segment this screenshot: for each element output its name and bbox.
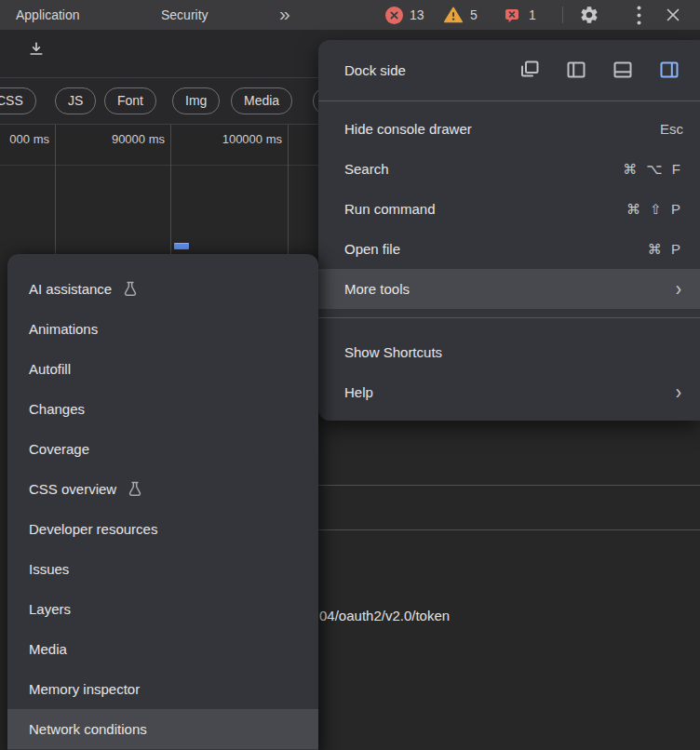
submenu-item-css-overview[interactable]: CSS overview [7, 469, 318, 509]
shortcut-run-command: ⌘ ⇧ P [626, 201, 683, 218]
warning-triangle-glyph [444, 7, 463, 23]
dock-right-icon [658, 59, 680, 81]
menu-item-hide-console-drawer[interactable]: Hide console drawer Esc [318, 109, 700, 149]
shortcut-esc: Esc [660, 121, 683, 137]
filter-pill-img[interactable]: Img [172, 87, 220, 114]
error-icon[interactable] [385, 7, 403, 24]
menu-divider [318, 100, 700, 101]
filter-pill-font[interactable]: Font [104, 87, 156, 114]
submenu-item-layers[interactable]: Layers [7, 589, 318, 629]
submenu-item-label: Network conditions [29, 721, 147, 737]
submenu-item-label: CSS overview [29, 481, 116, 497]
menu-item-label: Open file [344, 241, 648, 257]
experiment-flask-icon [126, 480, 144, 499]
menu-item-label: Show Shortcuts [344, 344, 683, 360]
filter-pill-css[interactable]: CSS [0, 87, 36, 114]
submenu-item-memory-inspector[interactable]: Memory inspector [7, 669, 318, 709]
panel-row-divider [313, 529, 700, 530]
menu-item-search[interactable]: Search ⌘ ⌥ F [318, 149, 700, 189]
issues-icon[interactable] [504, 7, 519, 24]
dock-side-label: Dock side [344, 62, 518, 78]
timeline-tick: 000 ms [0, 132, 49, 146]
tab-security[interactable]: Security [161, 0, 209, 30]
close-icon [666, 7, 680, 22]
issue-bubble-glyph [505, 8, 519, 24]
submenu-item-network-conditions[interactable]: Network conditions [7, 709, 318, 749]
dock-side-options [518, 59, 680, 81]
devtools-tab-bar: Application Security » 13 5 1 [0, 0, 700, 30]
menu-item-run-command[interactable]: Run command ⌘ ⇧ P [318, 189, 700, 229]
timeline-tick: 90000 ms [90, 132, 165, 146]
timeline-tick: 100000 ms [198, 132, 282, 146]
kebab-menu-button[interactable] [629, 5, 648, 25]
submenu-item-issues[interactable]: Issues [7, 549, 318, 589]
menu-item-show-shortcuts[interactable]: Show Shortcuts [318, 332, 700, 372]
topbar-divider [562, 7, 563, 23]
submenu-item-media[interactable]: Media [7, 629, 318, 669]
kebab-icon [637, 6, 641, 25]
dock-bottom-button[interactable] [612, 59, 634, 81]
chevron-right-icon: › [676, 279, 681, 300]
menu-item-label: Help [344, 384, 676, 400]
shortcut-search: ⌘ ⌥ F [623, 161, 683, 178]
submenu-item-developer-resources[interactable]: Developer resources [7, 509, 318, 549]
devtools-window: CSS JS Font Img Media 000 ms 90000 ms 10… [0, 0, 700, 750]
waterfall-request-bar[interactable] [174, 243, 189, 249]
tab-application[interactable]: Application [16, 0, 80, 30]
submenu-item-changes[interactable]: Changes [7, 389, 318, 429]
submenu-item-coverage[interactable]: Coverage [7, 429, 318, 469]
submenu-item-autofill[interactable]: Autofill [7, 349, 318, 389]
download-har-button[interactable] [25, 38, 47, 60]
filter-pill-js[interactable]: JS [55, 87, 96, 114]
menu-item-label: Run command [344, 201, 626, 217]
menu-item-label: More tools [344, 281, 676, 297]
gear-icon [579, 5, 599, 25]
submenu-item-animations[interactable]: Animations [7, 309, 318, 349]
menu-item-open-file[interactable]: Open file ⌘ P [318, 229, 700, 269]
error-x-glyph [390, 11, 398, 20]
submenu-item-label: AI assistance [29, 281, 112, 297]
submenu-item-label: Coverage [29, 441, 89, 457]
settings-button[interactable] [577, 4, 601, 26]
dock-left-button[interactable] [565, 59, 587, 81]
dock-side-row: Dock side [318, 47, 700, 93]
experiment-flask-icon [121, 280, 140, 299]
submenu-item-label: Media [29, 641, 67, 657]
menu-item-more-tools[interactable]: More tools › [318, 269, 700, 309]
submenu-item-label: Autofill [29, 361, 71, 377]
dock-bottom-icon [612, 59, 634, 81]
submenu-item-label: Developer resources [29, 521, 157, 537]
error-count: 13 [410, 0, 424, 30]
warning-count: 5 [470, 0, 478, 30]
chevron-right-icon: › [676, 382, 681, 403]
request-url-text[interactable]: 04/oauth2/v2.0/token [319, 608, 450, 623]
submenu-item-ai-assistance[interactable]: AI assistance [7, 269, 318, 309]
submenu-item-label: Memory inspector [29, 681, 140, 697]
more-tabs-icon[interactable]: » [279, 0, 289, 29]
menu-item-label: Hide console drawer [344, 121, 660, 137]
menu-item-label: Search [344, 161, 623, 177]
customize-devtools-menu: Dock side [318, 40, 700, 421]
warning-icon[interactable] [444, 7, 463, 23]
filter-pill-media[interactable]: Media [231, 87, 292, 114]
dock-left-icon [565, 59, 587, 81]
more-tools-submenu: AI assistance Animations Autofill Change… [7, 254, 318, 750]
close-devtools-button[interactable] [662, 6, 684, 24]
dock-right-button-active[interactable] [658, 59, 680, 81]
shortcut-open-file: ⌘ P [648, 241, 683, 258]
panel-row-divider [313, 485, 700, 486]
submenu-item-label: Changes [29, 401, 85, 417]
submenu-item-label: Layers [29, 601, 71, 617]
submenu-item-label: Issues [29, 561, 69, 577]
menu-item-help[interactable]: Help › [318, 372, 700, 412]
download-icon [27, 40, 46, 59]
submenu-item-label: Animations [29, 321, 98, 337]
issues-count: 1 [529, 0, 536, 30]
undock-button[interactable] [518, 59, 541, 81]
undock-icon [518, 59, 541, 81]
menu-divider [318, 317, 700, 318]
